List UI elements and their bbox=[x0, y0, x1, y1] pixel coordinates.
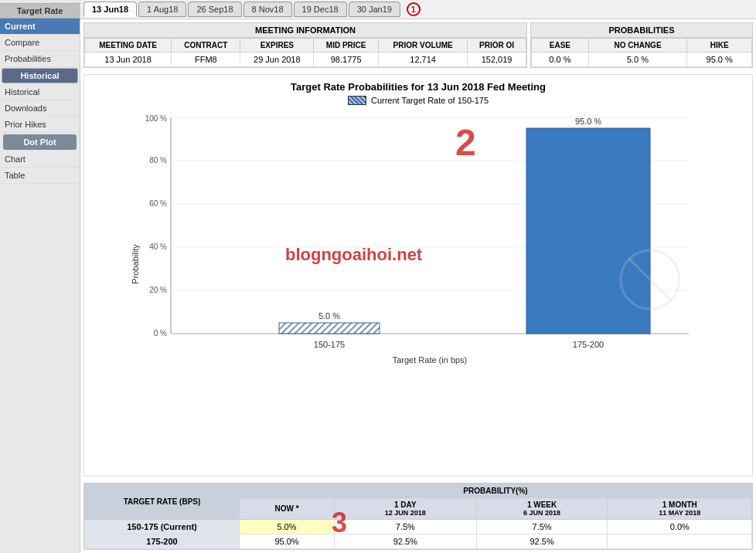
chart-legend: Current Target Rate of 150-175 bbox=[90, 96, 746, 105]
tabs-badge: 1 bbox=[407, 2, 421, 16]
sidebar-item-compare[interactable]: Compare bbox=[0, 35, 80, 51]
col-prior-volume: PRIOR VOLUME bbox=[379, 39, 468, 53]
prior-oi-value: 152,019 bbox=[468, 53, 526, 67]
1day-150-175: 7.5% bbox=[334, 520, 476, 534]
svg-text:Target Rate (in bps): Target Rate (in bps) bbox=[393, 355, 468, 365]
svg-text:40 %: 40 % bbox=[149, 243, 167, 251]
tab-13jun18[interactable]: 13 Jun18 bbox=[83, 2, 137, 17]
legend-box bbox=[348, 96, 366, 105]
prior-volume-value: 12,714 bbox=[379, 53, 468, 67]
prob-ease-header: EASE bbox=[532, 39, 589, 53]
meeting-info-header: MEETING INFORMATION bbox=[84, 23, 526, 38]
col-1day: 1 DAY 12 JUN 2018 bbox=[334, 498, 476, 520]
tab-19dec18[interactable]: 19 Dec18 bbox=[294, 2, 347, 17]
1week-150-175: 7.5% bbox=[476, 520, 608, 534]
sidebar-item-downloads[interactable]: Downloads bbox=[0, 100, 80, 117]
svg-text:150-175: 150-175 bbox=[314, 340, 345, 349]
sidebar-target-rate-label: Target Rate bbox=[0, 3, 80, 19]
svg-text:80 %: 80 % bbox=[149, 156, 167, 165]
probability-detail-table: TARGET RATE (BPS) PROBABILITY(%) NOW * 1… bbox=[84, 483, 752, 549]
tabs-bar: 13 Jun18 1 Aug18 26 Sep18 8 Nov18 19 Dec… bbox=[80, 0, 756, 19]
sidebar-item-prior-hikes[interactable]: Prior Hikes bbox=[0, 117, 80, 133]
prob-nochange-value: 5.0 % bbox=[588, 53, 687, 67]
sidebar-item-current[interactable]: Current bbox=[0, 19, 80, 35]
col-target-rate-bps: TARGET RATE (BPS) bbox=[85, 484, 240, 520]
svg-text:95.0 %: 95.0 % bbox=[575, 117, 601, 126]
main-content: 13 Jun18 1 Aug18 26 Sep18 8 Nov18 19 Dec… bbox=[80, 0, 756, 553]
svg-text:175-200: 175-200 bbox=[573, 340, 604, 349]
rate-175-200: 175-200 bbox=[85, 534, 240, 549]
prob-table-section: 3 TARGET RATE (BPS) PROBABILITY(%) NOW *… bbox=[83, 483, 753, 550]
probabilities-panel: PROBABILITIES EASE NO CHANGE HIKE 0.0 % … bbox=[530, 22, 753, 68]
contract-value: FFM8 bbox=[172, 53, 240, 67]
sidebar: Target Rate Current Compare Probabilitie… bbox=[0, 0, 80, 553]
meeting-info-table: MEETING DATE CONTRACT EXPIRES MID PRICE … bbox=[84, 38, 526, 67]
probabilities-table: EASE NO CHANGE HIKE 0.0 % 5.0 % 95.0 % bbox=[531, 38, 752, 67]
prob-nochange-header: NO CHANGE bbox=[588, 39, 687, 53]
col-mid-price: MID PRICE bbox=[314, 39, 379, 53]
tab-8nov18[interactable]: 8 Nov18 bbox=[243, 2, 292, 17]
col-expires: EXPIRES bbox=[240, 39, 314, 53]
sidebar-item-table[interactable]: Table bbox=[0, 168, 80, 184]
1week-175-200: 92.5% bbox=[476, 534, 608, 549]
svg-text:0 %: 0 % bbox=[154, 329, 167, 338]
tab-30jan19[interactable]: 30 Jan19 bbox=[349, 2, 400, 17]
rate-150-175: 150-175 (Current) bbox=[85, 520, 240, 534]
prob-hike-value: 95.0 % bbox=[687, 53, 752, 67]
bar-150-175 bbox=[279, 323, 380, 334]
expires-value: 29 Jun 2018 bbox=[240, 53, 314, 67]
svg-text:100 %: 100 % bbox=[145, 114, 167, 123]
sidebar-historical-section[interactable]: Historical bbox=[2, 68, 78, 83]
1month-150-175: 0.0% bbox=[608, 520, 752, 534]
svg-text:5.0 %: 5.0 % bbox=[318, 311, 340, 321]
sidebar-dot-plot[interactable]: Dot Plot bbox=[3, 134, 77, 150]
prob-ease-value: 0.0 % bbox=[532, 53, 589, 67]
meeting-info-panel: MEETING INFORMATION MEETING DATE CONTRAC… bbox=[83, 22, 527, 68]
1month-175-200 bbox=[608, 534, 752, 549]
sidebar-item-chart[interactable]: Chart bbox=[0, 151, 80, 168]
col-1month: 1 MONTH 11 MAY 2018 bbox=[608, 498, 752, 520]
sidebar-item-historical[interactable]: Historical bbox=[0, 84, 80, 100]
col-1week: 1 WEEK 6 JUN 2018 bbox=[476, 498, 608, 520]
chart-area: Target Rate Probabilities for 13 Jun 201… bbox=[83, 74, 753, 477]
col-meeting-date: MEETING DATE bbox=[85, 39, 172, 53]
prob-hike-header: HIKE bbox=[687, 39, 752, 53]
meeting-date-value: 13 Jun 2018 bbox=[85, 53, 172, 67]
now-150-175: 5.0% bbox=[240, 520, 335, 534]
table-row: 175-200 95.0% 92.5% 92.5% bbox=[85, 534, 752, 549]
sidebar-item-probabilities[interactable]: Probabilities bbox=[0, 51, 80, 67]
col-now: NOW * bbox=[240, 498, 335, 520]
probabilities-header: PROBABILITIES bbox=[531, 23, 752, 38]
col-contract: CONTRACT bbox=[172, 39, 240, 53]
svg-text:60 %: 60 % bbox=[149, 199, 167, 208]
1day-175-200: 92.5% bbox=[334, 534, 476, 549]
now-175-200: 95.0% bbox=[240, 534, 335, 549]
legend-label: Current Target Rate of 150-175 bbox=[371, 96, 489, 105]
col-prior-oi: PRIOR OI bbox=[468, 39, 526, 53]
svg-text:Probability: Probability bbox=[131, 244, 140, 284]
table-row: 150-175 (Current) 5.0% 7.5% 7.5% 0.0% bbox=[85, 520, 752, 534]
chart-title: Target Rate Probabilities for 13 Jun 201… bbox=[90, 81, 746, 93]
tab-26sep18[interactable]: 26 Sep18 bbox=[188, 2, 241, 17]
mid-price-value: 98.1775 bbox=[314, 53, 379, 67]
tab-1aug18[interactable]: 1 Aug18 bbox=[138, 2, 186, 17]
svg-text:20 %: 20 % bbox=[149, 286, 167, 294]
col-probability-pct: PROBABILITY(%) bbox=[240, 484, 752, 498]
bar-chart-svg: Probability 0 % 20 % 40 % 60 % 80 % 100 … bbox=[124, 110, 712, 372]
